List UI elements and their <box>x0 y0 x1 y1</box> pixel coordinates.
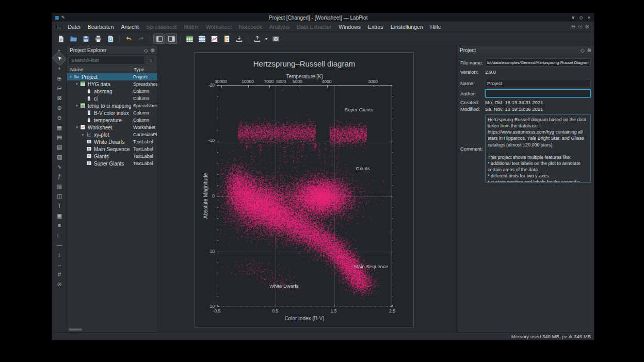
add-histogram-icon[interactable]: ▥ <box>54 181 65 191</box>
tree-expander-icon[interactable]: ▾ <box>74 104 79 108</box>
new-worksheet-button[interactable] <box>208 34 220 44</box>
open-project-button[interactable] <box>68 34 79 44</box>
zoom-out-icon[interactable]: ⊖ <box>54 112 65 122</box>
undo-button[interactable] <box>123 34 134 44</box>
add-curve-icon[interactable]: ∿ <box>54 161 65 171</box>
window-maximize-icon[interactable]: ◇ <box>579 15 583 20</box>
window-minimize-icon[interactable]: ∨ <box>571 15 575 20</box>
tree-row-white-dwarfs[interactable]: White DwarfsTextLabel <box>67 138 157 145</box>
zoom-select-icon[interactable]: ⊞ <box>54 73 65 83</box>
add-text-label-icon[interactable]: T <box>54 201 65 210</box>
plot-annotation-white-dwarfs[interactable]: White Dwarfs <box>269 283 298 289</box>
import-data-button[interactable] <box>233 34 245 44</box>
search-filter-input[interactable] <box>69 56 145 64</box>
tree-expander-icon[interactable]: ▾ <box>74 82 79 86</box>
properties-float-icon[interactable]: ◇ <box>581 47 585 53</box>
redo-button[interactable] <box>135 34 147 44</box>
add-reference-line-icon[interactable]: ― <box>54 240 65 250</box>
tree-row-b-v-color-index[interactable]: B-V color indexColumn <box>67 109 157 117</box>
zoom-in-icon[interactable]: ⊕ <box>54 103 65 112</box>
field-input-name[interactable] <box>485 79 591 87</box>
menu-item-hilfe[interactable]: Hilfe <box>427 23 445 31</box>
application-menu-icon[interactable]: ≣ <box>54 23 64 30</box>
menu-item-einstellungen[interactable]: Einstellungen <box>387 23 427 31</box>
project-explorer-float-icon[interactable]: ◇ <box>144 47 148 53</box>
subwindow-minimize-icon[interactable]: ⊖ <box>571 24 575 29</box>
worksheet-page[interactable]: Hertzsprung–Russell diagram Temperature … <box>195 52 414 327</box>
grid-layout-icon[interactable]: # <box>54 269 65 279</box>
comment-textarea[interactable]: Hertzsprung-Russell diagram based on the… <box>485 114 591 183</box>
window-titlebar[interactable]: ▦ ✎ Project [Changed] - [Worksheet] — La… <box>52 13 594 22</box>
save-project-button[interactable] <box>80 34 91 44</box>
tree-expander-icon[interactable]: ▾ <box>74 125 79 129</box>
break-layout-icon[interactable]: ⊘ <box>54 279 65 289</box>
subwindow-close-icon[interactable]: ⊗ <box>585 24 589 29</box>
menu-item-ansicht[interactable]: Ansicht <box>118 23 142 31</box>
horizontal-layout-icon[interactable]: ↔ <box>54 259 65 269</box>
add-legend-icon[interactable]: ≡ <box>54 220 65 230</box>
tree-row-xy-plot[interactable]: ▸xy-plotCartesianPlot <box>67 131 157 138</box>
tree-row-absmag[interactable]: absmagColumn <box>67 88 157 95</box>
column-header-type[interactable]: Type <box>131 67 157 72</box>
new-spreadsheet-button[interactable] <box>184 34 195 44</box>
tree-row-project[interactable]: ▾ProjectProject <box>67 73 157 80</box>
tree-row-main-sequence[interactable]: Main SequenceTextLabel <box>67 145 157 153</box>
print-preview-button[interactable] <box>105 34 116 44</box>
menu-item-analysis[interactable]: Analysis <box>266 23 293 31</box>
menu-item-spreadsheet[interactable]: Spreadsheet <box>142 23 181 31</box>
new-datapicker-button[interactable] <box>270 34 281 44</box>
tree-expander-icon[interactable]: ▸ <box>81 133 86 137</box>
vertical-layout-icon[interactable]: ↕ <box>54 250 65 259</box>
plot-annotation-super-giants[interactable]: Super Giants <box>345 107 373 112</box>
project-explorer-titlebar[interactable]: Project Explorer ◇ ⊗ <box>67 46 157 55</box>
export-menu-caret[interactable]: ▾ <box>264 34 269 44</box>
menu-item-windows[interactable]: Windows <box>335 23 364 31</box>
menu-item-matrix[interactable]: Matrix <box>181 23 203 31</box>
subwindow-restore-icon[interactable]: ⊡ <box>578 24 582 29</box>
menu-item-notebook[interactable]: Notebook <box>235 23 266 31</box>
tree-expander-icon[interactable]: ▾ <box>68 75 73 79</box>
horizontal-scrollbar[interactable] <box>69 328 82 331</box>
add-plot-custom-icon[interactable]: ▨ <box>54 152 65 161</box>
menu-item-bearbeiten[interactable]: Bearbeiten <box>84 23 118 31</box>
tree-row-super-giants[interactable]: Super GiantsTextLabel <box>67 160 157 167</box>
plot-annotation-main-sequence[interactable]: Main Sequence <box>354 263 388 269</box>
new-matrix-button[interactable] <box>196 34 207 44</box>
menu-item-datei[interactable]: Datei <box>64 23 84 31</box>
add-axis-icon[interactable]: ∟ <box>54 230 65 240</box>
tree-row-temperature[interactable]: temperatureColumn <box>67 117 157 124</box>
toggle-project-explorer-button[interactable] <box>153 34 165 44</box>
field-input-author[interactable] <box>485 89 591 97</box>
add-image-icon[interactable]: ▣ <box>54 210 65 220</box>
add-plot-box-icon[interactable]: ▦ <box>54 122 65 132</box>
add-equation-icon[interactable]: ƒ <box>54 171 65 181</box>
print-button[interactable] <box>92 34 104 44</box>
new-notebook-button[interactable] <box>221 34 232 44</box>
menu-item-worksheet[interactable]: Worksheet <box>202 23 235 31</box>
field-input-file-name[interactable] <box>485 58 591 67</box>
window-close-icon[interactable]: × <box>588 15 590 20</box>
add-plot-centered-icon[interactable]: ▧ <box>54 142 65 152</box>
tree-row-giants[interactable]: GiantsTextLabel <box>67 153 157 160</box>
properties-titlebar[interactable]: Project ◇ ⊗ <box>457 46 594 55</box>
zoom-y-icon[interactable]: ⊠ <box>54 93 65 103</box>
tree-row-temp-to-ci-mapping[interactable]: ▾temp to ci mappingSpreadsheet <box>67 102 157 109</box>
export-button[interactable] <box>251 34 263 44</box>
project-explorer-close-icon[interactable]: ⊗ <box>151 47 155 53</box>
field-label-modified: Modified: <box>460 106 485 112</box>
add-boxplot-icon[interactable]: ◫ <box>54 191 65 201</box>
properties-close-icon[interactable]: ⊗ <box>587 47 591 53</box>
tree-row-worksheet[interactable]: ▾WorksheetWorksheet <box>67 124 157 131</box>
filter-options-icon[interactable]: ≡ <box>147 56 156 64</box>
menu-item-extras[interactable]: Extras <box>364 23 387 31</box>
column-header-name[interactable]: Name <box>67 67 131 72</box>
tree-row-ci[interactable]: ciColumn <box>67 95 157 102</box>
add-plot-two-axes-icon[interactable]: ▤ <box>54 132 65 142</box>
tree-row-hyg-data[interactable]: ▾HYG dataSpreadsheet <box>67 80 157 88</box>
new-project-button[interactable] <box>55 34 67 44</box>
plot-scatter-canvas[interactable] <box>217 86 393 307</box>
plot-annotation-giants[interactable]: Giants <box>356 165 370 171</box>
menu-item-data-extractor[interactable]: Data Extractor <box>293 23 335 31</box>
toggle-properties-explorer-button[interactable] <box>166 34 177 44</box>
zoom-x-icon[interactable]: ⊟ <box>54 83 65 93</box>
